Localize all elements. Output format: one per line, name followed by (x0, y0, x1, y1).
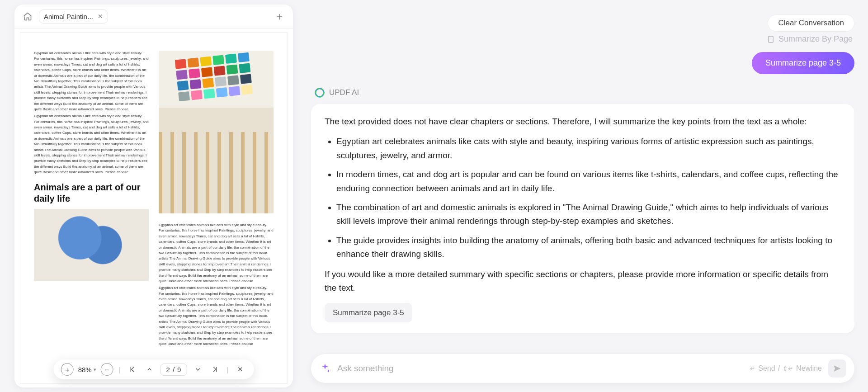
palette-swatch (191, 90, 203, 100)
document-viewport[interactable]: Egyptian art celebrates animals like cat… (14, 28, 293, 387)
input-hints: ↵ Send / ⇧↵ Newline (750, 364, 822, 373)
page-text: Egyptian art celebrates animals like cat… (34, 51, 149, 112)
page-text: Egyptian art celebrates animals like cat… (159, 222, 274, 284)
page-text: Egyptian art celebrates animals like cat… (34, 113, 149, 175)
zoom-dropdown[interactable]: 88% ▾ (78, 366, 96, 373)
home-icon (23, 12, 32, 21)
plus-icon: + (65, 366, 69, 373)
palette-swatch (178, 91, 190, 101)
tab-title: Animal Paintin… (44, 13, 94, 20)
suggestion-chip[interactable]: Summarize page 3-5 (325, 303, 412, 322)
page-icon (767, 35, 775, 43)
send-button[interactable] (828, 359, 846, 378)
palette-swatch (176, 70, 188, 80)
total-pages: 9 (177, 366, 181, 373)
palette-swatch (202, 78, 214, 88)
paint-palette-image (159, 51, 274, 213)
answer-intro: The text provided does not have clear ch… (325, 115, 841, 128)
chevron-down-icon (194, 366, 201, 373)
ai-answer-card: The text provided does not have clear ch… (311, 104, 854, 333)
palette-swatch (226, 64, 238, 74)
last-page-button[interactable] (208, 363, 221, 376)
palette-swatch (229, 86, 241, 96)
page-indicator[interactable]: 2 / 9 (160, 364, 187, 376)
zoom-out-button[interactable]: − (101, 363, 113, 376)
pdf-page: Egyptian art celebrates animals like cat… (20, 32, 288, 384)
ai-source-label: UPDF AI (307, 88, 854, 98)
current-page: 2 (166, 366, 170, 373)
answer-outro: If you would like a more detailed summar… (325, 268, 841, 295)
document-tab[interactable]: Animal Paintin… ✕ (39, 9, 108, 24)
minus-icon: − (105, 366, 109, 373)
updf-logo-icon (315, 88, 325, 98)
document-toolbar: + 88% ▾ − | 2 / 9 | ✕ (54, 359, 254, 379)
sparkle-icon (319, 363, 331, 374)
svg-rect-0 (769, 36, 774, 43)
answer-bullet: The guide provides insights into buildin… (336, 234, 841, 261)
hint-newline: Newline (796, 364, 822, 373)
shift-enter-icon: ⇧↵ (783, 365, 793, 372)
answer-bullet: In modern times, cat and dog art is popu… (336, 168, 841, 195)
ai-panel: Clear Conversation Summarize By Page Sum… (307, 0, 868, 392)
page-text: Egyptian art celebrates animals like cat… (159, 285, 274, 347)
page-heading: Animals are a part of our daily life (34, 182, 149, 204)
palette-swatch (189, 68, 200, 78)
first-page-button[interactable] (126, 363, 139, 376)
chevron-last-icon (211, 366, 218, 373)
document-window: Animal Paintin… ✕ ＋ Egyptian art celebra… (14, 5, 293, 387)
hint-send: Send (758, 364, 775, 373)
palette-swatch (239, 63, 250, 73)
palette-swatch (227, 75, 239, 85)
chevron-up-icon (146, 366, 153, 373)
answer-bullet: The combination of art and domestic anim… (336, 201, 841, 228)
palette-swatch (177, 80, 189, 90)
home-button[interactable] (21, 9, 34, 23)
enter-icon: ↵ (750, 365, 755, 372)
summarize-by-page-link[interactable]: Summarize By Page (767, 34, 853, 44)
page-left-column: Egyptian art celebrates animals like cat… (34, 51, 149, 365)
chevron-down-icon: ▾ (94, 367, 96, 373)
next-page-button[interactable] (191, 363, 204, 376)
palette-swatch (201, 67, 213, 77)
palette-swatch (187, 57, 199, 67)
answer-bullets: Egyptian art celebrates animals like cat… (325, 135, 841, 261)
separator: | (118, 366, 122, 373)
zoom-in-button[interactable]: + (61, 363, 74, 376)
add-tab-button[interactable]: ＋ (272, 9, 287, 24)
palette-swatch (203, 89, 215, 99)
prev-page-button[interactable] (143, 363, 156, 376)
close-toolbar-button[interactable]: ✕ (234, 363, 246, 376)
summarize-by-page-label: Summarize By Page (778, 34, 853, 44)
chevron-first-icon (129, 366, 136, 373)
plus-icon: ＋ (274, 9, 285, 24)
send-icon (833, 364, 842, 373)
palette-swatch (225, 54, 237, 64)
palette-swatch (200, 56, 212, 66)
butterfly-painting-image (34, 209, 149, 281)
palette-swatch (215, 76, 226, 86)
answer-bullet: Egyptian art celebrates animals like cat… (336, 135, 841, 162)
palette-swatch (175, 59, 187, 69)
page-separator: / (173, 366, 175, 373)
palette-swatch (238, 52, 250, 62)
summarize-page-pill[interactable]: Summarize page 3-5 (752, 52, 854, 74)
palette-swatch (241, 85, 253, 94)
palette-swatch (190, 79, 202, 89)
close-icon: ✕ (237, 365, 243, 373)
palette-swatch (240, 74, 252, 84)
tab-bar: Animal Paintin… ✕ ＋ (14, 5, 293, 28)
chat-input[interactable] (337, 364, 744, 373)
hint-sep: / (778, 364, 780, 373)
palette-swatch (212, 55, 224, 65)
separator: | (226, 366, 229, 373)
palette-swatch (214, 66, 226, 76)
close-tab-icon[interactable]: ✕ (98, 13, 103, 20)
clear-conversation-button[interactable]: Clear Conversation (768, 14, 854, 32)
page-right-column: Egyptian art celebrates animals like cat… (159, 51, 274, 365)
palette-swatch (216, 87, 228, 97)
ai-name: UPDF AI (329, 88, 359, 97)
chat-input-bar: ↵ Send / ⇧↵ Newline (311, 354, 854, 383)
zoom-value: 88% (78, 366, 92, 373)
